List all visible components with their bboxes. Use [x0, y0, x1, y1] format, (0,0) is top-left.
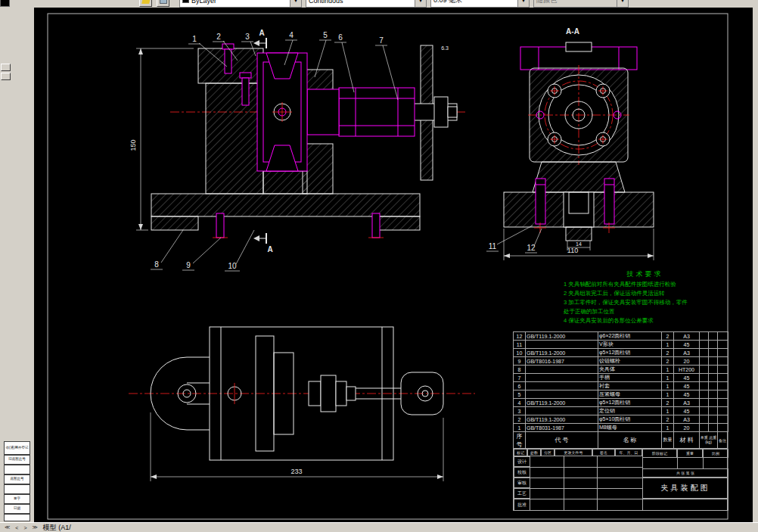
sheet-margin-box [4, 514, 30, 521]
plotstyle-combobox: 随颜色 ▼ [533, 0, 629, 8]
bom-code: GB/T119.1-2000 [526, 415, 598, 424]
svg-text:14: 14 [576, 241, 582, 247]
bom-weight-cell [709, 341, 718, 349]
bom-no: 11 [514, 341, 526, 349]
color-swatch-icon[interactable] [0, 0, 10, 7]
bom-name: 手柄 [598, 374, 662, 382]
bom-weight-cell [700, 415, 709, 424]
bom-no: 9 [514, 357, 526, 366]
bom-header-code: 代 号 [526, 432, 598, 448]
bom-row: 9GB/T8016-1987铰链螺栓220 [514, 357, 728, 366]
bom-code: GB/T8031-1987 [526, 424, 598, 432]
linetype-dropdown-arrow[interactable]: ▼ [415, 0, 426, 7]
bom-row: 3定位销145 [514, 407, 728, 415]
tool-button[interactable] [1, 73, 11, 80]
model-tab[interactable]: 模型 (A1/ [43, 523, 71, 532]
titleblock-cell: 标记 [514, 449, 527, 456]
svg-text:3: 3 [245, 33, 250, 41]
bom-weight-cell [700, 407, 709, 415]
lineweight-dropdown-arrow[interactable]: ▼ [517, 0, 529, 7]
bom-no: 8 [514, 366, 526, 374]
bom-qty: 1 [662, 390, 674, 399]
tool-button[interactable] [1, 64, 11, 71]
sheet-margin-box: 借(通)用件登记 [4, 441, 30, 455]
bom-note-cell [718, 415, 728, 424]
bom-mat: 45 [674, 341, 700, 349]
top-toolbar: ByLayer ▼ Continuous ▼ 0.09 毫米 ▼ 随颜色 ▼ [0, 0, 758, 8]
bom-name: 夹具体 [598, 366, 662, 374]
tab-next-button[interactable]: > [21, 524, 29, 531]
bom-no: 3 [514, 407, 526, 415]
tab-prev-button[interactable]: < [13, 524, 20, 531]
titleblock-cell: 更改文件号 [555, 449, 592, 456]
svg-text:9: 9 [186, 261, 191, 269]
tab-last-button[interactable]: ≫ [30, 524, 40, 531]
svg-text:A-A: A-A [566, 27, 579, 36]
bom-header-row: 序号 代 号 名 称 数量 材 料 单重 总重 (kg) 备注 [513, 432, 728, 449]
bom-weight-cell [700, 374, 709, 382]
bom-row: 11V形块145 [514, 341, 728, 349]
titleblock-drawing-no [642, 499, 728, 511]
bom-no: 12 [514, 332, 526, 341]
title-block: 标记 处数 分区 更改文件号 签名 年、月、日 设计 校核 审核 工艺 批准 阶… [513, 449, 728, 511]
bom-weight-cell [709, 399, 718, 407]
bom-qty: 1 [662, 341, 674, 349]
layer-previous-icon[interactable] [157, 0, 169, 7]
status-bar: ≪ < > ≫ 模型 (A1/ [0, 522, 758, 532]
tech-title: 技术要求 [564, 269, 726, 278]
svg-text:6: 6 [338, 33, 343, 42]
linetype-combobox[interactable]: Continuous ▼ [306, 0, 427, 8]
bom-note-cell [718, 357, 728, 366]
bom-mat: A3 [674, 349, 700, 357]
titleblock-role: 工艺 [514, 488, 530, 499]
svg-text:A: A [259, 29, 264, 37]
bom-no: 10 [514, 349, 526, 357]
bom-no: 6 [514, 382, 526, 390]
bom-qty: 2 [662, 349, 674, 357]
titleblock-role: 批准 [514, 499, 530, 511]
color-dropdown-arrow[interactable]: ▼ [290, 0, 301, 7]
bom-note-cell [718, 332, 728, 341]
bom-header-mat: 材 料 [674, 432, 700, 448]
svg-text:A: A [267, 245, 272, 254]
svg-text:10: 10 [228, 262, 237, 270]
plotstyle-value: 随颜色 [536, 0, 557, 5]
make-layer-current-icon[interactable] [139, 0, 152, 7]
bom-note-cell [718, 399, 728, 407]
bom-row: 6衬套145 [514, 382, 728, 390]
bom-code: GB/T8016-1987 [526, 357, 598, 366]
bom-qty: 1 [662, 407, 674, 415]
color-combobox[interactable]: ByLayer ▼ [179, 0, 302, 8]
bom-no: 5 [514, 390, 526, 399]
bom-qty: 2 [662, 332, 674, 341]
tech-line: 3 加工零件时，保证夹具安装牢固不得移动，零件 [564, 298, 726, 307]
bom-header-no: 序号 [514, 432, 526, 448]
titleblock-stage-label: 阶段标记 [642, 449, 677, 458]
bom-note-cell [718, 424, 728, 432]
bom-row: 7手柄145 [514, 374, 728, 382]
svg-text:5: 5 [323, 31, 328, 39]
sheet-margin-box [4, 484, 30, 494]
svg-text:6.3: 6.3 [441, 45, 449, 51]
bom-qty: 2 [662, 415, 674, 424]
bom-weight-cell [700, 390, 709, 399]
titleblock-role: 审核 [514, 478, 530, 488]
bom-code: GB/T119.1-2000 [526, 332, 598, 341]
sheet-margin-box: 日期 [4, 504, 30, 514]
bom-mat: 20 [674, 424, 700, 432]
tab-first-button[interactable]: ≪ [2, 524, 12, 531]
bom-code [526, 341, 598, 349]
main-view: A A 6.3 150 1 2 3 4 5 6 [129, 29, 468, 271]
drawing-canvas[interactable]: A A 6.3 150 1 2 3 4 5 6 [34, 8, 753, 522]
bom-qty: 1 [662, 374, 674, 382]
svg-text:233: 233 [290, 468, 302, 475]
lineweight-combobox[interactable]: 0.09 毫米 ▼ [430, 0, 530, 8]
bom-weight-cell [709, 424, 718, 432]
bom-name: φ6×22圆柱销 [598, 332, 662, 341]
sheet-margin-box [4, 465, 30, 474]
svg-text:4: 4 [289, 31, 294, 39]
bom-header-name: 名 称 [598, 432, 662, 448]
bylayer-color-swatch [182, 0, 189, 3]
bom-name: 定位销 [598, 407, 662, 415]
bom-note-cell [718, 382, 728, 390]
